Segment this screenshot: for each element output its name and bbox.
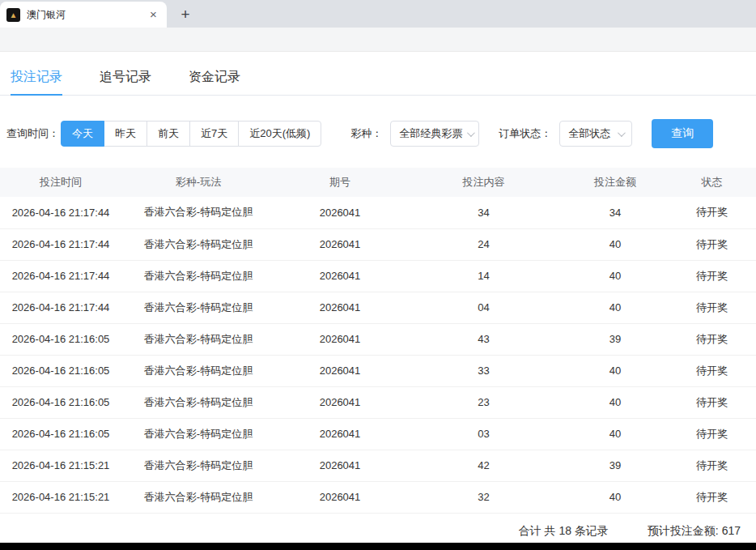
order-status-select[interactable]: 全部状态 <box>559 121 632 147</box>
table-cell: 40 <box>563 292 668 323</box>
table-cell: 待开奖 <box>668 292 756 323</box>
table-cell: 40 <box>563 418 668 450</box>
column-header: 状态 <box>668 168 756 197</box>
table-cell: 32 <box>405 481 563 513</box>
column-header: 期号 <box>275 168 405 197</box>
time-filter-button[interactable]: 前天 <box>147 121 190 147</box>
table-cell: 2026-04-16 21:16:05 <box>0 355 121 386</box>
table-cell: 2026-04-16 21:16:05 <box>0 386 121 418</box>
table-cell: 待开奖 <box>668 260 756 292</box>
table-cell: 14 <box>405 260 563 292</box>
tab-fund-records[interactable]: 资金记录 <box>189 60 240 95</box>
lottery-filter-label: 彩种： <box>350 126 382 141</box>
table-cell: 香港六合彩-特码定位胆 <box>121 418 275 450</box>
table-cell: 2026041 <box>275 450 405 481</box>
table-cell: 39 <box>563 323 668 355</box>
table-cell: 2026041 <box>275 197 405 228</box>
table-cell: 待开奖 <box>668 197 756 228</box>
table-cell: 40 <box>563 228 668 260</box>
table-cell: 34 <box>563 197 668 228</box>
table-cell: 香港六合彩-特码定位胆 <box>121 197 275 228</box>
estimated-amount-text: 预计投注金额: 617 <box>648 524 741 539</box>
table-cell: 香港六合彩-特码定位胆 <box>121 450 275 481</box>
column-header: 投注内容 <box>405 168 563 197</box>
column-header: 投注金额 <box>563 168 668 197</box>
table-cell: 2026-04-16 21:17:44 <box>0 260 121 292</box>
table-cell: 待开奖 <box>668 323 756 355</box>
table-cell: 42 <box>405 450 563 481</box>
table-row: 2026-04-16 21:16:05香港六合彩-特码定位胆2026041433… <box>0 323 756 355</box>
table-cell: 2026-04-16 21:17:44 <box>0 292 121 323</box>
query-button[interactable]: 查询 <box>652 119 713 148</box>
table-cell: 待开奖 <box>668 481 756 513</box>
bet-records-table: 投注时间彩种-玩法期号投注内容投注金额状态 2026-04-16 21:17:4… <box>0 168 756 514</box>
table-cell: 2026041 <box>275 481 405 513</box>
table-cell: 33 <box>405 355 563 386</box>
tab-bet-records[interactable]: 投注记录 <box>11 60 62 95</box>
table-cell: 2026-04-16 21:16:05 <box>0 418 121 450</box>
table-cell: 待开奖 <box>668 228 756 260</box>
table-row: 2026-04-16 21:15:21香港六合彩-特码定位胆2026041423… <box>0 450 756 481</box>
status-select-value: 全部状态 <box>568 126 613 141</box>
table-cell: 待开奖 <box>668 418 756 450</box>
table-row: 2026-04-16 21:15:21香港六合彩-特码定位胆2026041324… <box>0 481 756 513</box>
table-cell: 2026041 <box>275 386 405 418</box>
close-tab-icon[interactable]: × <box>147 8 160 22</box>
time-filter-button[interactable]: 昨天 <box>104 121 147 147</box>
table-row: 2026-04-16 21:17:44香港六合彩-特码定位胆2026041244… <box>0 228 756 260</box>
table-cell: 香港六合彩-特码定位胆 <box>121 355 275 386</box>
table-cell: 2026041 <box>275 323 405 355</box>
time-filter-group: 今天昨天前天近7天近20天(低频) <box>61 121 321 147</box>
browser-tab-strip: ▲ 澳门银河 × + <box>0 0 756 28</box>
table-cell: 23 <box>405 386 563 418</box>
column-header: 彩种-玩法 <box>121 168 275 197</box>
column-header: 投注时间 <box>0 168 121 197</box>
table-cell: 香港六合彩-特码定位胆 <box>121 292 275 323</box>
table-cell: 43 <box>405 323 563 355</box>
table-cell: 40 <box>563 260 668 292</box>
table-cell: 03 <box>405 418 563 450</box>
time-filter-button[interactable]: 今天 <box>61 121 104 147</box>
table-cell: 2026-04-16 21:17:44 <box>0 197 121 228</box>
table-cell: 待开奖 <box>668 450 756 481</box>
table-cell: 香港六合彩-特码定位胆 <box>121 386 275 418</box>
table-cell: 2026-04-16 21:15:21 <box>0 450 121 481</box>
table-row: 2026-04-16 21:17:44香港六合彩-特码定位胆2026041144… <box>0 260 756 292</box>
time-filter-button[interactable]: 近20天(低频) <box>238 121 321 147</box>
table-cell: 40 <box>563 386 668 418</box>
bottom-black-bar <box>0 543 756 550</box>
lottery-select-value: 全部经典彩票 <box>399 126 462 141</box>
tab-chase-records[interactable]: 追号记录 <box>100 60 151 95</box>
table-cell: 香港六合彩-特码定位胆 <box>121 260 275 292</box>
table-cell: 香港六合彩-特码定位胆 <box>121 323 275 355</box>
tab-title: 澳门银河 <box>27 8 147 22</box>
table-cell: 2026-04-16 21:15:21 <box>0 481 121 513</box>
new-tab-button[interactable]: + <box>175 4 196 25</box>
filter-bar: 查询时间： 今天昨天前天近7天近20天(低频) 彩种： 全部经典彩票 订单状态：… <box>0 119 756 148</box>
table-header-row: 投注时间彩种-玩法期号投注内容投注金额状态 <box>0 168 756 197</box>
table-cell: 香港六合彩-特码定位胆 <box>121 481 275 513</box>
table-cell: 待开奖 <box>668 355 756 386</box>
table-cell: 2026041 <box>275 260 405 292</box>
table-cell: 40 <box>563 481 668 513</box>
table-cell: 39 <box>563 450 668 481</box>
lottery-select[interactable]: 全部经典彩票 <box>390 121 479 147</box>
time-filter-button[interactable]: 近7天 <box>189 121 239 147</box>
table-cell: 24 <box>405 228 563 260</box>
table-cell: 2026-04-16 21:17:44 <box>0 228 121 260</box>
table-row: 2026-04-16 21:17:44香港六合彩-特码定位胆2026041343… <box>0 197 756 228</box>
chevron-down-icon <box>467 129 475 137</box>
summary-bar: 合计 共 18 条记录 预计投注金额: 617 <box>0 514 756 539</box>
table-cell: 34 <box>405 197 563 228</box>
total-records-text: 合计 共 18 条记录 <box>519 524 609 539</box>
table-cell: 40 <box>563 355 668 386</box>
table-cell: 2026-04-16 21:16:05 <box>0 323 121 355</box>
table-row: 2026-04-16 21:16:05香港六合彩-特码定位胆2026041334… <box>0 355 756 386</box>
chevron-down-icon <box>618 129 626 137</box>
table-cell: 2026041 <box>275 292 405 323</box>
record-tabs: 投注记录 追号记录 资金记录 <box>0 60 756 96</box>
table-row: 2026-04-16 21:16:05香港六合彩-特码定位胆2026041234… <box>0 386 756 418</box>
browser-tab[interactable]: ▲ 澳门银河 × <box>0 2 167 28</box>
table-body: 2026-04-16 21:17:44香港六合彩-特码定位胆2026041343… <box>0 197 756 513</box>
status-filter-label: 订单状态： <box>499 126 551 141</box>
